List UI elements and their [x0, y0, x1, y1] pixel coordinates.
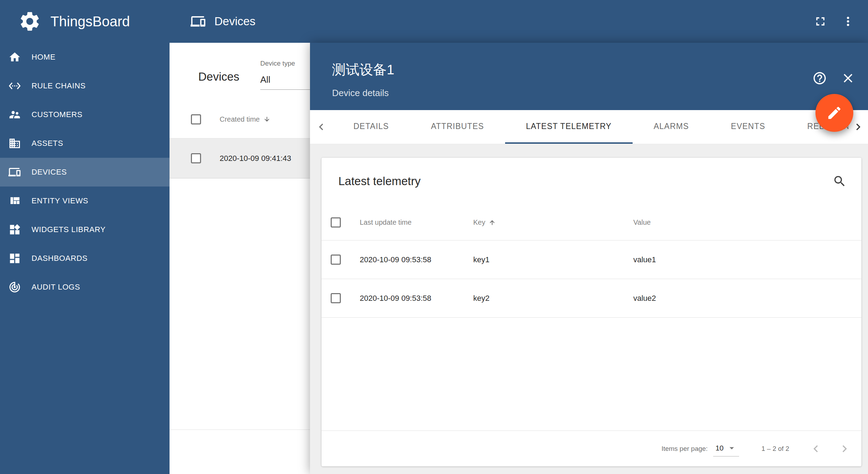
items-per-page-label: Items per page: — [661, 445, 708, 453]
tab-alarms[interactable]: ALARMS — [633, 110, 710, 144]
telemetry-row-checkbox[interactable] — [331, 293, 341, 303]
column-header-created-time[interactable]: Created time — [220, 115, 270, 123]
gear-logo-icon — [18, 10, 41, 33]
select-all-devices-checkbox[interactable] — [191, 114, 201, 124]
sidebar-item-dashboards[interactable]: DASHBOARDS — [0, 244, 170, 273]
audit-logs-icon — [8, 281, 21, 293]
column-header-key[interactable]: Key — [473, 218, 633, 226]
sidebar-item-label: DEVICES — [32, 168, 67, 177]
page-title: Devices — [214, 15, 255, 28]
select-all-telemetry-checkbox[interactable] — [331, 217, 341, 228]
created-time-header-label: Created time — [220, 115, 260, 123]
help-icon — [812, 71, 827, 86]
sidebar-nav: HOME RULE CHAINS CUSTOMERS ASSETS DEVICE… — [0, 43, 170, 302]
tab-attributes[interactable]: ATTRIBUTES — [410, 110, 505, 144]
sidebar-item-assets[interactable]: ASSETS — [0, 129, 170, 158]
telemetry-time-cell: 2020-10-09 09:53:58 — [360, 294, 473, 303]
tab-details[interactable]: DETAILS — [332, 110, 410, 144]
telemetry-table-header: Last update time Key Value — [322, 205, 861, 241]
help-button[interactable] — [812, 71, 827, 86]
telemetry-key-cell: key2 — [473, 294, 633, 303]
latest-telemetry-card: Latest telemetry Last update time Key Va… — [322, 158, 861, 466]
next-page-button[interactable] — [838, 442, 852, 456]
telemetry-card-title: Latest telemetry — [338, 175, 421, 188]
sort-desc-icon — [263, 116, 270, 123]
sidebar-item-label: CUSTOMERS — [32, 110, 83, 119]
details-tab-content: Latest telemetry Last update time Key Va… — [310, 144, 868, 474]
assets-icon — [8, 137, 21, 150]
devices-title-icon — [191, 14, 206, 29]
tabs-list: DETAILS ATTRIBUTES LATEST TELEMETRY ALAR… — [332, 110, 848, 144]
dropdown-caret-icon — [726, 443, 737, 453]
search-button[interactable] — [833, 174, 847, 188]
close-icon — [841, 71, 855, 86]
sidebar-item-label: AUDIT LOGS — [32, 283, 80, 292]
sidebar-item-home[interactable]: HOME — [0, 43, 170, 72]
tab-events[interactable]: EVENTS — [710, 110, 786, 144]
sort-asc-icon — [489, 219, 496, 226]
tabs-scroll-left-button[interactable] — [310, 110, 332, 144]
thingsboard-logo[interactable]: ThingsBoard — [0, 0, 170, 43]
column-header-value[interactable]: Value — [633, 218, 861, 226]
sidebar-item-devices[interactable]: DEVICES — [0, 158, 170, 187]
chevron-left-icon — [315, 120, 328, 134]
sidebar-item-label: WIDGETS LIBRARY — [32, 225, 106, 234]
topbar: Devices — [170, 0, 868, 43]
telemetry-row: 2020-10-09 09:53:58 key1 value1 — [322, 241, 861, 279]
device-details-title: 测试设备1 — [332, 60, 394, 79]
page-size-select[interactable]: 10 — [713, 441, 739, 456]
tab-latest-telemetry[interactable]: LATEST TELEMETRY — [505, 110, 633, 144]
sidebar: ThingsBoard HOME RULE CHAINS CUSTOMERS A… — [0, 0, 170, 474]
devices-icon — [8, 166, 21, 178]
sidebar-item-label: DASHBOARDS — [32, 254, 88, 263]
column-header-last-update-time[interactable]: Last update time — [360, 218, 473, 226]
telemetry-row-checkbox[interactable] — [331, 255, 341, 265]
fullscreen-icon[interactable] — [813, 14, 827, 28]
sidebar-item-rule-chains[interactable]: RULE CHAINS — [0, 72, 170, 100]
telemetry-row: 2020-10-09 09:53:58 key2 value2 — [322, 279, 861, 318]
customers-icon — [8, 108, 21, 121]
device-created-time-cell: 2020-10-09 09:41:43 — [220, 154, 291, 163]
sidebar-item-customers[interactable]: CUSTOMERS — [0, 100, 170, 129]
sidebar-item-widgets-library[interactable]: WIDGETS LIBRARY — [0, 215, 170, 244]
more-options-icon[interactable] — [841, 14, 855, 28]
telemetry-time-cell: 2020-10-09 09:53:58 — [360, 255, 473, 264]
chevron-right-icon — [838, 442, 852, 456]
sidebar-item-entity-views[interactable]: ENTITY VIEWS — [0, 187, 170, 215]
telemetry-key-cell: key1 — [473, 255, 633, 264]
previous-page-button[interactable] — [809, 442, 823, 456]
device-details-header: 测试设备1 Device details — [310, 43, 868, 110]
search-icon — [833, 174, 847, 188]
device-row-checkbox[interactable] — [191, 153, 201, 163]
page-size-value: 10 — [715, 444, 723, 452]
edit-pencil-icon — [826, 105, 842, 121]
close-details-button[interactable] — [841, 71, 855, 86]
device-list-title: Devices — [198, 70, 239, 83]
chevron-left-icon — [809, 442, 823, 456]
telemetry-value-cell: value1 — [633, 255, 861, 264]
brand-name: ThingsBoard — [50, 14, 130, 29]
device-details-panel: 测试设备1 Device details DETAILS ATTRIBUTES … — [310, 43, 868, 474]
edit-device-fab[interactable] — [815, 94, 853, 132]
telemetry-value-cell: value2 — [633, 294, 861, 303]
last-update-time-header-label: Last update time — [360, 218, 412, 226]
sidebar-item-label: ENTITY VIEWS — [32, 196, 88, 205]
sidebar-item-audit-logs[interactable]: AUDIT LOGS — [0, 273, 170, 302]
widgets-library-icon — [8, 223, 21, 236]
chevron-right-icon — [852, 120, 865, 134]
home-icon — [8, 51, 21, 63]
paginator: Items per page: 10 1 – 2 of 2 — [322, 431, 861, 466]
value-header-label: Value — [633, 218, 651, 226]
details-tabs-bar: DETAILS ATTRIBUTES LATEST TELEMETRY ALAR… — [310, 110, 868, 144]
sidebar-item-label: RULE CHAINS — [32, 81, 86, 90]
dashboards-icon — [8, 252, 21, 265]
entity-views-icon — [8, 195, 21, 207]
key-header-label: Key — [473, 218, 485, 226]
sidebar-item-label: ASSETS — [32, 139, 63, 148]
page-range-label: 1 – 2 of 2 — [762, 445, 789, 453]
sidebar-item-label: HOME — [32, 53, 55, 62]
device-details-subtitle: Device details — [332, 88, 389, 99]
rule-chains-icon — [8, 80, 21, 92]
